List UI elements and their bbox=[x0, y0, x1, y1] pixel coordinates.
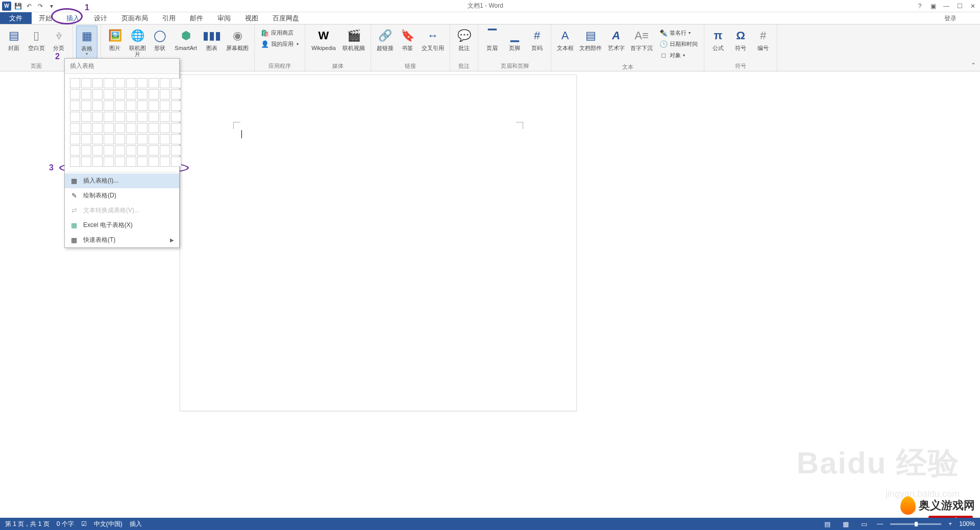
chart-button[interactable]: ▮▮▮图表 bbox=[201, 26, 223, 53]
grid-cell[interactable] bbox=[104, 112, 114, 122]
grid-cell[interactable] bbox=[160, 134, 170, 144]
grid-cell[interactable] bbox=[126, 100, 136, 111]
grid-cell[interactable] bbox=[137, 89, 148, 99]
tab-view[interactable]: 视图 bbox=[238, 12, 265, 24]
tab-layout[interactable]: 页面布局 bbox=[114, 12, 155, 24]
grid-cell[interactable] bbox=[126, 78, 136, 88]
help-icon[interactable]: ? bbox=[915, 2, 925, 11]
screenshot-button[interactable]: ◉屏幕截图 bbox=[224, 26, 251, 53]
zoom-slider[interactable] bbox=[890, 523, 941, 525]
qat-dropdown-icon[interactable]: ▾ bbox=[47, 2, 56, 11]
grid-cell[interactable] bbox=[81, 145, 91, 156]
tab-insert[interactable]: 插入 bbox=[59, 12, 87, 24]
grid-cell[interactable] bbox=[81, 89, 91, 99]
grid-cell[interactable] bbox=[137, 100, 148, 111]
grid-cell[interactable] bbox=[104, 157, 114, 167]
grid-cell[interactable] bbox=[70, 157, 80, 167]
grid-cell[interactable] bbox=[137, 145, 148, 156]
datetime-button[interactable]: 🕒日期和时间 bbox=[657, 39, 700, 49]
grid-cell[interactable] bbox=[160, 157, 170, 167]
grid-cell[interactable] bbox=[81, 78, 91, 88]
grid-cell[interactable] bbox=[149, 145, 159, 156]
collapse-ribbon-icon[interactable]: ⌃ bbox=[971, 62, 976, 69]
grid-cell[interactable] bbox=[104, 134, 114, 144]
close-icon[interactable]: ✕ bbox=[968, 2, 978, 11]
grid-cell[interactable] bbox=[115, 145, 125, 156]
redo-icon[interactable]: ↷ bbox=[36, 2, 45, 11]
cover-page-button[interactable]: ▤封面 bbox=[3, 26, 24, 53]
my-apps-button[interactable]: 👤我的应用▾ bbox=[259, 39, 301, 49]
tab-home[interactable]: 开始 bbox=[32, 12, 59, 24]
zoom-in-icon[interactable]: + bbox=[948, 520, 952, 527]
grid-cell[interactable] bbox=[115, 134, 125, 144]
grid-cell[interactable] bbox=[70, 78, 80, 88]
grid-cell[interactable] bbox=[104, 89, 114, 99]
tab-review[interactable]: 审阅 bbox=[210, 12, 238, 24]
draw-table-menu-item[interactable]: ✎ 绘制表格(D) bbox=[65, 188, 179, 203]
grid-cell[interactable] bbox=[171, 134, 181, 144]
online-video-button[interactable]: 🎬联机视频 bbox=[340, 26, 368, 53]
grid-cell[interactable] bbox=[149, 134, 159, 144]
comment-button[interactable]: 💬批注 bbox=[453, 26, 475, 53]
object-button[interactable]: □对象▾ bbox=[657, 50, 700, 60]
grid-cell[interactable] bbox=[171, 157, 181, 167]
status-words[interactable]: 0 个字 bbox=[57, 520, 74, 528]
pagenum-button[interactable]: #页码 bbox=[526, 26, 548, 53]
header-button[interactable]: ▔页眉 bbox=[481, 26, 503, 53]
login-area[interactable]: 登录 bbox=[944, 14, 959, 23]
wordart-button[interactable]: A艺术字 bbox=[605, 26, 627, 53]
bookmark-button[interactable]: 🔖书签 bbox=[397, 26, 418, 53]
grid-cell[interactable] bbox=[92, 145, 103, 156]
grid-cell[interactable] bbox=[70, 112, 80, 122]
table-size-grid[interactable] bbox=[65, 74, 179, 171]
tab-references[interactable]: 引用 bbox=[155, 12, 183, 24]
grid-cell[interactable] bbox=[149, 78, 159, 88]
grid-cell[interactable] bbox=[81, 134, 91, 144]
status-mode[interactable]: 插入 bbox=[130, 520, 142, 528]
view-print-icon[interactable]: ▦ bbox=[840, 519, 851, 528]
grid-cell[interactable] bbox=[126, 112, 136, 122]
grid-cell[interactable] bbox=[149, 112, 159, 122]
equation-button[interactable]: π公式 bbox=[707, 26, 729, 53]
view-read-icon[interactable]: ▤ bbox=[822, 519, 833, 528]
dropcap-button[interactable]: A≡首字下沉 bbox=[628, 26, 655, 53]
grid-cell[interactable] bbox=[115, 89, 125, 99]
grid-cell[interactable] bbox=[137, 78, 148, 88]
shapes-button[interactable]: ◯形状 bbox=[149, 26, 170, 53]
grid-cell[interactable] bbox=[149, 157, 159, 167]
grid-cell[interactable] bbox=[81, 123, 91, 133]
grid-cell[interactable] bbox=[104, 100, 114, 111]
zoom-level[interactable]: 100% bbox=[959, 520, 975, 527]
grid-cell[interactable] bbox=[137, 134, 148, 144]
grid-cell[interactable] bbox=[137, 157, 148, 167]
grid-cell[interactable] bbox=[115, 123, 125, 133]
grid-cell[interactable] bbox=[171, 100, 181, 111]
grid-cell[interactable] bbox=[171, 89, 181, 99]
grid-cell[interactable] bbox=[92, 134, 103, 144]
grid-cell[interactable] bbox=[160, 89, 170, 99]
grid-cell[interactable] bbox=[70, 123, 80, 133]
grid-cell[interactable] bbox=[160, 100, 170, 111]
grid-cell[interactable] bbox=[70, 89, 80, 99]
grid-cell[interactable] bbox=[104, 123, 114, 133]
grid-cell[interactable] bbox=[160, 145, 170, 156]
signature-button[interactable]: ✒️签名行▾ bbox=[657, 28, 700, 38]
quick-table-menu-item[interactable]: ▦ 快速表格(T) ▶ bbox=[65, 233, 179, 247]
grid-cell[interactable] bbox=[81, 100, 91, 111]
zoom-out-icon[interactable]: — bbox=[877, 520, 883, 527]
status-lang[interactable]: 中文(中国) bbox=[94, 520, 122, 528]
ribbon-display-icon[interactable]: ▣ bbox=[928, 2, 938, 11]
grid-cell[interactable] bbox=[115, 157, 125, 167]
textbox-button[interactable]: A文本框 bbox=[554, 26, 576, 53]
grid-cell[interactable] bbox=[92, 78, 103, 88]
document-page[interactable] bbox=[180, 74, 577, 411]
grid-cell[interactable] bbox=[92, 112, 103, 122]
grid-cell[interactable] bbox=[160, 123, 170, 133]
save-icon[interactable]: 💾 bbox=[13, 2, 22, 11]
number-button[interactable]: #编号 bbox=[752, 26, 774, 53]
grid-cell[interactable] bbox=[92, 157, 103, 167]
online-picture-button[interactable]: 🌐联机图片 bbox=[127, 26, 148, 59]
parts-button[interactable]: ▤文档部件 bbox=[577, 26, 604, 53]
grid-cell[interactable] bbox=[92, 123, 103, 133]
page-break-button[interactable]: ⎀分页 bbox=[48, 26, 69, 53]
